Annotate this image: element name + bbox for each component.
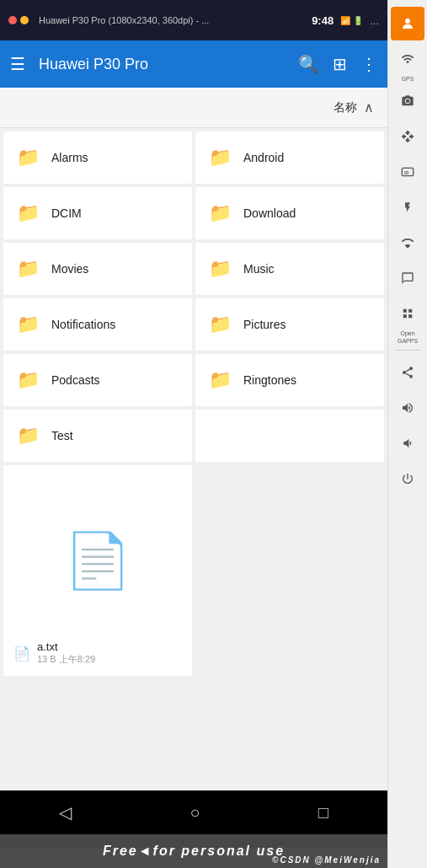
app-bar: ☰ Huawei P30 Pro 🔍 ⊞ ⋮ (0, 40, 387, 88)
folder-icon: 📁 (209, 202, 232, 224)
search-icon[interactable]: 🔍 (298, 54, 319, 74)
signal-icons: 📶 🔋 (340, 16, 363, 25)
folder-icon: 📁 (209, 313, 232, 335)
rt-gps-group: GPS (391, 42, 424, 83)
svg-rect-7 (408, 315, 412, 319)
svg-rect-5 (408, 309, 412, 313)
svg-point-9 (403, 371, 406, 374)
file-browser: 📁 Alarms 📁 Android 📁 DCIM 📁 Download 📁 M… (0, 128, 387, 848)
right-toolbar: GPS ID OpenGAPPS (387, 0, 427, 868)
folder-dcim[interactable]: 📁 DCIM (3, 187, 192, 239)
rt-gapps-label: OpenGAPPS (398, 330, 418, 345)
svg-point-0 (405, 19, 410, 24)
dots-right: ... (370, 14, 379, 27)
folder-name: Pictures (243, 318, 286, 331)
folder-name: Download (243, 206, 296, 220)
folder-icon: 📁 (209, 147, 232, 169)
rt-divider (395, 350, 420, 351)
grid-view-icon[interactable]: ⊞ (333, 54, 347, 74)
folder-icon: 📁 (17, 369, 40, 391)
file-grid: 📁 Alarms 📁 Android 📁 DCIM 📁 Download 📁 M… (0, 128, 387, 679)
sort-direction-icon[interactable]: ∧ (364, 99, 374, 115)
rt-volume-down-button[interactable] (391, 426, 424, 460)
folder-android[interactable]: 📁 Android (195, 131, 384, 184)
recents-button[interactable]: □ (318, 803, 328, 822)
status-bar: Huawei P30 Pro (1080x2340, 360dpi) - ...… (0, 0, 387, 40)
navigation-bar: ◁ ○ □ (0, 790, 387, 834)
rt-move-button[interactable] (391, 120, 424, 153)
folder-icon: 📁 (209, 369, 232, 391)
folder-name: Ringtones (243, 373, 296, 387)
file-meta: 13 B 上午8:29 (37, 653, 95, 666)
rt-user-button[interactable] (391, 7, 424, 40)
rt-flash-button[interactable] (391, 190, 424, 224)
svg-text:ID: ID (404, 170, 408, 175)
folder-name: Movies (51, 262, 88, 276)
rt-gps-label: GPS (402, 76, 414, 83)
svg-point-8 (409, 367, 413, 371)
folder-name: Android (243, 151, 284, 164)
folder-icon: 📁 (17, 147, 40, 169)
file-small-icon: 📄 (13, 646, 30, 662)
folder-name: DCIM (51, 206, 82, 220)
home-button[interactable]: ○ (189, 803, 200, 822)
svg-rect-6 (403, 315, 407, 319)
sort-bar: 名称 ∧ (0, 88, 387, 128)
watermark: Free◄for personal use ©CSDN @MeiWenjia (0, 834, 387, 868)
svg-point-10 (409, 375, 413, 378)
folder-icon: 📁 (17, 258, 40, 280)
circle-yellow (20, 16, 29, 24)
rt-volume-up-button[interactable] (391, 391, 424, 425)
folder-ringtones[interactable]: 📁 Ringtones (195, 354, 384, 406)
rt-chat-button[interactable] (391, 261, 424, 295)
folder-name: Podcasts (51, 373, 100, 387)
svg-line-12 (406, 370, 410, 372)
folder-movies[interactable]: 📁 Movies (3, 243, 192, 295)
file-big-icon: 📄 (64, 529, 131, 592)
rt-gapps-button[interactable] (391, 297, 424, 330)
folder-test[interactable]: 📁 Test (3, 410, 192, 462)
app-bar-title: Huawei P30 Pro (39, 56, 285, 73)
folder-icon: 📁 (17, 313, 40, 335)
more-options-icon[interactable]: ⋮ (360, 54, 377, 74)
circle-red (8, 16, 17, 24)
file-info: a.txt 13 B 上午8:29 (37, 640, 95, 666)
hamburger-menu-button[interactable]: ☰ (10, 54, 25, 74)
svg-line-11 (406, 373, 410, 376)
back-button[interactable]: ◁ (59, 802, 72, 822)
rt-signal-button[interactable] (391, 226, 424, 260)
rt-camera-button[interactable] (391, 84, 424, 118)
folder-name: Notifications (51, 318, 115, 331)
folder-notifications[interactable]: 📁 Notifications (3, 298, 192, 351)
rt-id-button[interactable]: ID (391, 155, 424, 189)
folder-name: Test (51, 429, 73, 442)
status-time: 9:48 (312, 14, 334, 27)
rt-power-button[interactable] (391, 462, 424, 496)
folder-icon: 📁 (17, 202, 40, 224)
folder-name: Alarms (51, 151, 88, 164)
app-bar-actions: 🔍 ⊞ ⋮ (298, 54, 377, 74)
file-name: a.txt (37, 640, 95, 653)
folder-name: Music (243, 262, 275, 276)
svg-rect-4 (403, 309, 407, 313)
rt-gapps-group: OpenGAPPS (391, 297, 424, 345)
rt-share-button[interactable] (391, 356, 424, 389)
folder-icon: 📁 (17, 425, 40, 447)
status-bar-title: Huawei P30 Pro (1080x2340, 360dpi) - ... (39, 15, 209, 25)
sort-label: 名称 (334, 100, 357, 115)
folder-download[interactable]: 📁 Download (195, 187, 384, 239)
file-preview-atxt[interactable]: 📄 📄 a.txt 13 B 上午8:29 (3, 465, 192, 676)
svg-point-1 (406, 99, 410, 104)
folder-icon: 📁 (209, 258, 232, 280)
rt-wifi-button[interactable] (391, 42, 424, 76)
watermark-credit: ©CSDN @MeiWenjia (272, 855, 381, 865)
folder-pictures[interactable]: 📁 Pictures (195, 298, 384, 351)
folder-alarms[interactable]: 📁 Alarms (3, 131, 192, 184)
folder-podcasts[interactable]: 📁 Podcasts (3, 354, 192, 406)
folder-music[interactable]: 📁 Music (195, 243, 384, 295)
